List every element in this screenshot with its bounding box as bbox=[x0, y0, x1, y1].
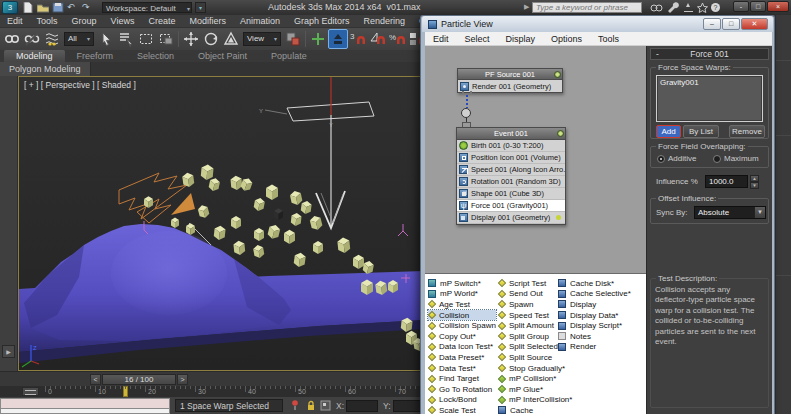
select-by-name-icon[interactable] bbox=[116, 29, 136, 49]
pv-menu-tools[interactable]: Tools bbox=[590, 32, 627, 46]
event-operator-row[interactable]: Shape 001 (Cube 3D) bbox=[457, 188, 565, 200]
perspective-viewport[interactable]: [ + ] [ Perspective ] [ Shaded ] bbox=[18, 76, 425, 371]
event-operator-row[interactable]: Birth 001 (0-30 T:200) bbox=[457, 140, 565, 152]
max-logo-icon[interactable]: 3 bbox=[2, 1, 18, 14]
particle-view-titlebar[interactable]: Particle View – □ ✕ bbox=[422, 16, 773, 32]
menu-edit[interactable]: Edit bbox=[0, 15, 30, 28]
spinner-up-icon[interactable]: ▲ bbox=[750, 175, 759, 182]
depot-item[interactable]: Collision Spawn bbox=[428, 320, 496, 331]
remove-button[interactable]: Remove bbox=[729, 125, 765, 138]
depot-item[interactable]: Data Icon Test* bbox=[428, 342, 496, 353]
depot-item[interactable]: Lock/Bond bbox=[428, 395, 496, 406]
maximum-radio[interactable]: Maximum bbox=[713, 154, 759, 163]
select-and-manipulate-icon[interactable] bbox=[308, 29, 328, 49]
by-list-button[interactable]: By List bbox=[683, 125, 719, 138]
selection-lock-icon[interactable] bbox=[306, 400, 316, 413]
wire-connector-circle[interactable] bbox=[461, 108, 471, 118]
redo-icon[interactable]: ↷ bbox=[82, 2, 94, 13]
depot-item[interactable]: Collision bbox=[428, 310, 496, 321]
depot-item[interactable]: Cache Selective* bbox=[558, 289, 631, 300]
help-icon[interactable]: ? bbox=[710, 2, 723, 13]
selection-filter-dropdown[interactable]: All▾ bbox=[64, 32, 94, 46]
depot-item[interactable]: Cache bbox=[498, 405, 572, 414]
menu-tools[interactable]: Tools bbox=[30, 15, 65, 28]
track-bar[interactable]: 010203040506070 bbox=[0, 386, 425, 397]
pin-icon[interactable] bbox=[291, 400, 299, 413]
warp-list-item[interactable]: Gravity001 bbox=[657, 76, 762, 87]
angle-snap-toggle-icon[interactable] bbox=[368, 29, 388, 49]
window-crossing-icon[interactable] bbox=[156, 29, 176, 49]
select-object-icon[interactable] bbox=[96, 29, 116, 49]
use-pivot-point-icon[interactable] bbox=[283, 29, 303, 49]
depot-item[interactable]: Copy Out* bbox=[428, 331, 496, 342]
communication-center-icon[interactable] bbox=[682, 2, 695, 13]
node-enable-icon[interactable] bbox=[557, 130, 564, 137]
depot-item[interactable]: mP InterCollision* bbox=[498, 395, 572, 406]
depot-item[interactable]: Render bbox=[558, 342, 631, 353]
depot-item[interactable]: Age Test bbox=[428, 299, 496, 310]
reference-coordinate-dropdown[interactable]: View▾ bbox=[243, 32, 281, 46]
open-file-icon[interactable] bbox=[37, 2, 49, 13]
pv-close-button[interactable]: ✕ bbox=[741, 18, 768, 30]
time-slider-handle[interactable]: 16 / 100 bbox=[102, 374, 176, 385]
maximize-button[interactable]: □ bbox=[750, 1, 766, 12]
influence-field[interactable]: 1000.0 bbox=[705, 175, 748, 188]
render-operator-row[interactable]: Render 001 (Geometry) bbox=[458, 80, 562, 92]
depot-item[interactable]: Find Target bbox=[428, 373, 496, 384]
favorites-star-icon[interactable] bbox=[696, 2, 709, 13]
menu-create[interactable]: Create bbox=[141, 15, 182, 28]
pv-menu-edit[interactable]: Edit bbox=[425, 32, 457, 46]
keyboard-shortcut-override-button[interactable] bbox=[328, 29, 348, 49]
search-binoculars-icon[interactable] bbox=[650, 2, 663, 13]
event-operator-row[interactable]: Rotation 001 (Random 3D) bbox=[457, 176, 565, 188]
select-and-scale-icon[interactable] bbox=[221, 29, 241, 49]
add-button[interactable]: Add bbox=[656, 125, 681, 138]
depot-item[interactable]: mP Switch* bbox=[428, 278, 496, 289]
event-operator-row[interactable]: Display 001 (Geometry) bbox=[457, 212, 565, 224]
menu-views[interactable]: Views bbox=[104, 15, 142, 28]
ribbon-tab-modeling[interactable]: Modeling bbox=[4, 50, 65, 62]
pv-menu-options[interactable]: Options bbox=[543, 32, 590, 46]
event-node[interactable]: Event 001 Birth 001 (0-30 T:200)Position… bbox=[456, 127, 566, 225]
select-and-link-icon[interactable] bbox=[2, 29, 22, 49]
depot-item[interactable]: Stop Gradually* bbox=[498, 363, 572, 374]
mini-curve-editor-button[interactable] bbox=[22, 387, 39, 396]
new-file-icon[interactable] bbox=[22, 2, 34, 13]
depot-item[interactable]: Display Data* bbox=[558, 310, 631, 321]
pv-menu-select[interactable]: Select bbox=[457, 32, 498, 46]
menu-modifiers[interactable]: Modifiers bbox=[182, 15, 233, 28]
depot-item[interactable]: Go To Rotation bbox=[428, 384, 496, 395]
percent-snap-toggle-icon[interactable]: % bbox=[388, 29, 408, 49]
menu-group[interactable]: Group bbox=[65, 15, 104, 28]
spinner-down-icon[interactable]: ▼ bbox=[750, 182, 759, 189]
depot-item[interactable]: mP World* bbox=[428, 289, 496, 300]
depot-item[interactable]: Display bbox=[558, 299, 631, 310]
depot-item[interactable]: Data Test* bbox=[428, 363, 496, 374]
pf-source-node[interactable]: PF Source 001 Render 001 (Geometry) bbox=[457, 68, 563, 93]
tab-polygon-modeling[interactable]: Polygon Modeling bbox=[0, 62, 91, 76]
menu-animation[interactable]: Animation bbox=[233, 15, 287, 28]
depot-item[interactable]: Split Source bbox=[498, 352, 572, 363]
depot-item[interactable]: mP Collision* bbox=[498, 373, 572, 384]
rectangular-selection-region-icon[interactable] bbox=[136, 29, 156, 49]
additive-radio[interactable]: Additive bbox=[657, 154, 696, 163]
event-header[interactable]: Event 001 bbox=[457, 128, 565, 140]
ribbon-tab-freeform[interactable]: Freeform bbox=[65, 50, 126, 62]
save-file-icon[interactable] bbox=[52, 2, 64, 13]
event-operator-row[interactable]: Speed 001 (Along Icon Arro... bbox=[457, 164, 565, 176]
force-rollout-header[interactable]: - Force 001 bbox=[650, 48, 769, 60]
minimize-button[interactable]: - bbox=[733, 1, 749, 12]
coord-x-field[interactable] bbox=[346, 400, 378, 412]
infocenter-arrow-icon[interactable]: ▶ bbox=[524, 3, 529, 11]
viewport-label[interactable]: [ + ] [ Perspective ] [ Shaded ] bbox=[24, 80, 136, 90]
previous-frame-button[interactable]: < bbox=[90, 374, 101, 385]
bind-to-space-warp-icon[interactable] bbox=[42, 29, 62, 49]
menu-graph-editors[interactable]: Graph Editors bbox=[287, 15, 357, 28]
select-and-move-icon[interactable] bbox=[181, 29, 201, 49]
menu-rendering[interactable]: Rendering bbox=[357, 15, 413, 28]
pv-minimize-button[interactable]: – bbox=[703, 18, 721, 30]
snaps-toggle-3d-icon[interactable]: 3 bbox=[348, 29, 368, 49]
particle-view-canvas[interactable]: PF Source 001 Render 001 (Geometry) Even… bbox=[425, 46, 646, 273]
node-enable-icon[interactable] bbox=[554, 71, 561, 78]
depot-item[interactable]: Display Script* bbox=[558, 320, 631, 331]
